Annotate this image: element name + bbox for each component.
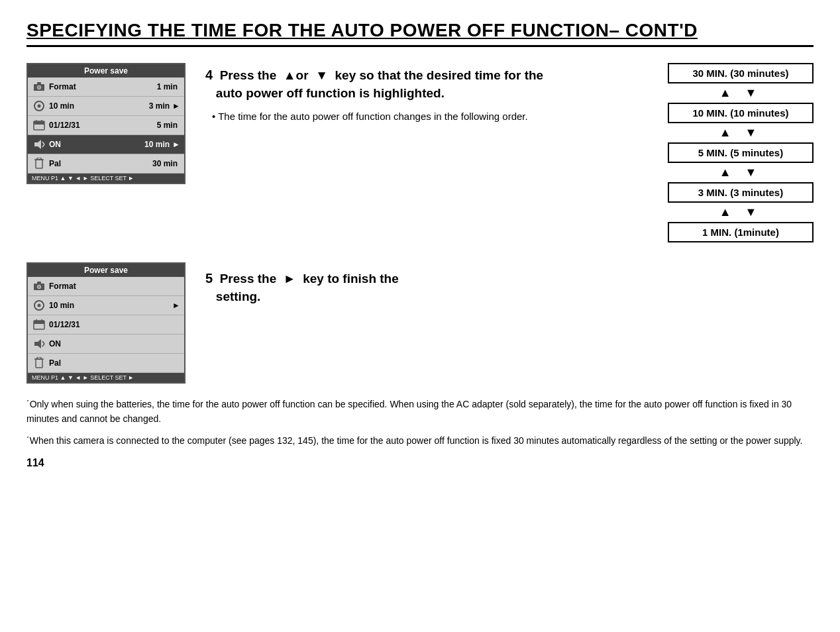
speaker-icon-2: [32, 337, 46, 351]
menu1-row2-arrow: ►: [172, 101, 180, 111]
notes-section: ´Only when suing the batteries, the time…: [26, 397, 814, 472]
step5-number: 5: [205, 271, 213, 286]
menu1-row-5: Pal 30 min: [28, 154, 184, 174]
menu1-row3-value: 5 min: [157, 121, 180, 130]
page-title: SPECIFYING THE TIME FOR THE AUTO POWER O…: [26, 20, 814, 47]
svg-point-5: [38, 105, 41, 108]
note-2: ´When this camera is connected to the co…: [26, 433, 814, 448]
menu1-row-1: Format 1 min: [28, 78, 184, 97]
menu1-row3-label: 01/12/31: [49, 121, 157, 130]
menu2-row3-label: 01/12/31: [49, 320, 180, 329]
menu2-row-2: 10 min ►: [28, 296, 184, 315]
step4-heading: 4 Press the ▲or ▼ key so that the desire…: [205, 66, 648, 102]
svg-rect-31: [37, 357, 41, 359]
menu2-row1-label: Format: [49, 282, 180, 291]
cycle-diagram: 30 MIN. (30 minutes) ▲ ▼ 10 MIN. (10 min…: [668, 63, 814, 242]
camera-icon: [32, 79, 46, 94]
step4-bullet: • The time for the auto power off functi…: [212, 109, 648, 125]
step5-section: Power save Format 10 min ►: [26, 262, 814, 384]
menu1-row4-label: ON: [49, 140, 144, 149]
cycle-arrows-1: ▲ ▼: [719, 86, 762, 100]
menu1-row1-label: Format: [49, 82, 157, 91]
menu-box-2: Power save Format 10 min ►: [26, 262, 185, 384]
svg-line-27: [42, 341, 44, 344]
menu2-title: Power save: [28, 264, 184, 277]
camera-icon-2: [32, 279, 46, 293]
menu2-row-1: Format: [28, 277, 184, 296]
cycle-arrows-3: ▲ ▼: [719, 166, 762, 180]
svg-point-3: [38, 86, 40, 89]
cycle-arrows-2: ▲ ▼: [719, 126, 762, 140]
cycle-item-5: 1 MIN. (1minute): [668, 222, 814, 242]
svg-point-21: [38, 304, 41, 307]
menu2-row2-arrow: ►: [172, 301, 180, 310]
svg-marker-10: [34, 140, 41, 149]
menu2-row4-label: ON: [49, 339, 180, 348]
svg-rect-1: [37, 82, 41, 84]
note-1: ´Only when suing the batteries, the time…: [26, 397, 814, 427]
menu1-row5-label: Pal: [49, 159, 152, 168]
menu1-row4-arrow: ►: [172, 140, 180, 149]
cycle-item-4: 3 MIN. (3 minutes): [668, 182, 814, 203]
cycle-item-2: 10 MIN. (10 minutes): [668, 103, 814, 123]
menu2-row-4: ON: [28, 335, 184, 354]
step4-text: 4 Press the ▲or ▼ key so that the desire…: [205, 63, 648, 125]
menu1-row2-label: 10 min: [49, 101, 149, 111]
calendar-icon: [32, 118, 46, 132]
menu-box-1: Power save Format 1 min 10 min 3 min ►: [26, 63, 185, 184]
menu1-row4-value: 10 min: [144, 140, 172, 149]
menu1-footer: MENU P1 ▲ ▼ ◄ ► SELECT SET ►: [28, 174, 184, 183]
speaker-icon: [32, 137, 46, 152]
menu1-row-2: 10 min 3 min ►: [28, 97, 184, 116]
svg-rect-15: [37, 158, 41, 160]
cycle-item-3: 5 MIN. (5 minutes): [668, 142, 814, 163]
menu2-footer: MENU P1 ▲ ▼ ◄ ► SELECT SET ►: [28, 373, 184, 382]
menu1-row-4: ON 10 min ►: [28, 135, 184, 154]
settings-icon: [32, 99, 46, 113]
svg-rect-17: [37, 282, 41, 284]
trash-icon: [32, 156, 46, 171]
calendar-icon-2: [32, 317, 46, 332]
settings-icon-2: [32, 298, 46, 313]
step5-heading: 5 Press the ► key to finish the setting.: [205, 269, 814, 305]
svg-line-12: [42, 144, 44, 147]
step5-text: 5 Press the ► key to finish the setting.: [205, 262, 814, 312]
menu2-row-5: Pal: [28, 354, 184, 373]
menu1-row1-value: 1 min: [157, 82, 180, 91]
main-content: Power save Format 1 min 10 min 3 min ►: [26, 63, 814, 384]
trash-icon-2: [32, 356, 46, 370]
svg-marker-26: [34, 339, 41, 348]
menu2-row2-label: 10 min: [49, 301, 172, 310]
menu2-row5-label: Pal: [49, 358, 180, 368]
svg-line-11: [42, 142, 44, 144]
menu1-row5-value: 30 min: [152, 159, 180, 168]
menu2-row-3: 01/12/31: [28, 315, 184, 335]
svg-rect-23: [34, 321, 44, 324]
menu1-row-3: 01/12/31 5 min: [28, 116, 184, 135]
svg-rect-29: [36, 359, 42, 368]
step4-number: 4: [205, 68, 213, 82]
page-number: 114: [26, 454, 814, 472]
svg-line-28: [42, 344, 44, 346]
cycle-arrows-4: ▲ ▼: [719, 205, 762, 219]
cycle-item-1: 30 MIN. (30 minutes): [668, 63, 814, 83]
step4-section: Power save Format 1 min 10 min 3 min ►: [26, 63, 814, 242]
svg-rect-7: [34, 121, 44, 125]
menu1-title: Power save: [28, 64, 184, 78]
menu1-row2-value: 3 min: [149, 101, 172, 111]
svg-point-19: [38, 286, 40, 288]
svg-rect-13: [36, 160, 42, 168]
